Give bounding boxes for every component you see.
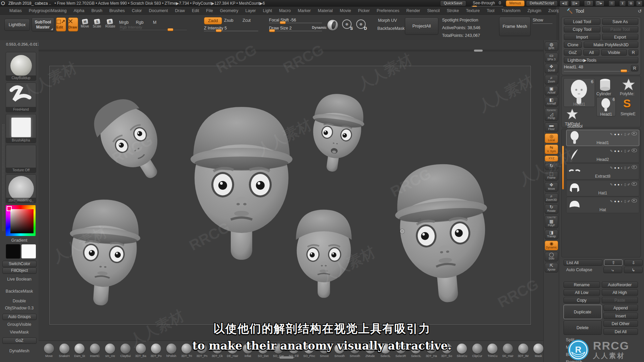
polymesh3d-thumbnail[interactable]: PolyMe: [619, 78, 639, 94]
fillobject-button[interactable]: FillObject [2, 267, 37, 274]
menu-zplugin[interactable]: Zplugin [528, 8, 541, 13]
menu-tool[interactable]: Tool [487, 8, 494, 13]
menu-movie[interactable]: Movie [340, 8, 351, 13]
live-boolean-toggle[interactable]: Live Boolean [0, 277, 39, 282]
double-toggle[interactable]: Double [0, 299, 39, 303]
auto-groups-toggle[interactable]: Auto Groups [2, 314, 37, 320]
hue-cursor[interactable] [7, 206, 12, 211]
shelf-dynamic-button[interactable]: ◉Dynamic [545, 241, 558, 250]
divider-left-icon[interactable]: ◄||| [559, 0, 569, 6]
menu-file[interactable]: File [206, 8, 213, 13]
bottom-scrollbar[interactable] [279, 356, 293, 359]
clone-button[interactable]: Clone [564, 42, 582, 48]
head1-thumbnail[interactable]: 6 Head1 [596, 97, 616, 116]
thumb-claybuildup[interactable]: ClayBuildup [6, 52, 36, 81]
spotlight-projection-toggle[interactable]: Spotlight Projection [442, 18, 478, 22]
edit-button[interactable]: ⬚↗Edit [56, 17, 66, 32]
shelf-polyf-button[interactable]: Line Fill▦PolyF [545, 215, 558, 228]
focal-shift-handle[interactable] [280, 21, 286, 24]
divider-right-icon[interactable]: |||► [571, 0, 580, 6]
subtool-row-head2[interactable]: ✎●●◐▯✐Head2 [566, 146, 639, 163]
menu-color[interactable]: Color [132, 8, 142, 13]
paste-button[interactable]: Paste [602, 297, 638, 303]
paste-tool-button[interactable]: Paste Tool [602, 26, 639, 33]
shelf-v-sym-button[interactable]: ⇋V. Sym [545, 144, 558, 154]
active-tool-thumbnail[interactable]: 6 Head1 [564, 78, 595, 107]
zcut-toggle[interactable]: Zcut [243, 18, 251, 23]
tray-drag-handle[interactable] [2, 124, 5, 231]
menu-marker[interactable]: Marker [298, 8, 311, 13]
reload-icon[interactable]: ↺ [638, 8, 642, 14]
shelf-actual-button[interactable]: ▣Actual [545, 86, 558, 96]
active-tool-slider[interactable]: Head1. 48 [564, 65, 629, 71]
shelf-rotate-button[interactable]: ↻Rotate [545, 204, 558, 214]
visibility-eye-icon[interactable] [632, 182, 637, 186]
backfacemask-toggle[interactable]: BackfaceMask [0, 289, 39, 294]
visibility-eye-icon[interactable] [632, 199, 637, 202]
quicksave-button[interactable]: QuickSave [440, 0, 466, 6]
copy-doc-icon[interactable]: ❐ [584, 0, 593, 6]
menu-light[interactable]: Light [263, 8, 272, 13]
material-sphere-icon[interactable] [327, 19, 338, 31]
menu-edit[interactable]: Edit [192, 8, 199, 13]
gradient-label[interactable]: Gradient [0, 238, 39, 243]
active-tool-handle[interactable] [621, 69, 627, 72]
menu-macro[interactable]: Macro [279, 8, 291, 13]
menu-stroke[interactable]: Stroke [447, 8, 459, 13]
menu-texture[interactable]: Texture [466, 8, 480, 13]
shelf-refresh-button[interactable]: ↻ [545, 163, 558, 170]
thumb-zbro-modeling-[interactable]: zbro_modeling_ [6, 174, 36, 203]
shelf-xyz-button[interactable]: XYZ [545, 156, 558, 162]
visibility-eye-icon[interactable] [632, 165, 637, 169]
goz-button[interactable]: GoZ [564, 49, 582, 56]
subtool-row-extract8[interactable]: ✎●●◐▯✐Extract8 [566, 163, 639, 180]
thumb-brushalpha[interactable]: BrushAlpha [6, 114, 36, 143]
auto-collapse-toggle[interactable]: Auto Collapse [564, 267, 602, 273]
paste-doc-icon[interactable]: ❐► [595, 0, 604, 6]
menu-draw[interactable]: Draw [175, 8, 185, 13]
canvas-scrollbar[interactable] [39, 50, 543, 52]
focal-shift-slider[interactable]: Focal Shift -56 [269, 18, 322, 23]
shelf-transp-button[interactable]: ◨Transp [545, 230, 558, 239]
save-as-button[interactable]: Save As [602, 18, 639, 25]
subtool-scrollbar[interactable] [562, 146, 564, 189]
alpha-type-icon[interactable]: ⊕ D [356, 19, 366, 30]
all-low-button[interactable]: All Low [564, 289, 600, 296]
zsub-toggle[interactable]: Zsub [224, 18, 233, 23]
menu-stencil[interactable]: Stencil [427, 8, 440, 13]
insert-button[interactable]: Insert [603, 313, 638, 319]
all-button[interactable]: All [583, 49, 599, 56]
subtool-row-hat1[interactable]: ✎●●◐▯✐Hat1 [566, 180, 639, 196]
import-button[interactable]: Import [564, 34, 600, 40]
all-high-button[interactable]: All High [602, 289, 638, 296]
cylinder3d-thumbnail[interactable]: Cylinder [596, 78, 616, 94]
menu-matias[interactable]: Matias [9, 8, 22, 13]
objshadow-0-3-toggle[interactable]: ObjShadow 0.3 [0, 306, 39, 310]
append-button[interactable]: Append [603, 305, 638, 311]
close-icon[interactable]: ✕ [636, 0, 643, 6]
load-tool-button[interactable]: Load Tool [564, 18, 600, 25]
dynamic-label[interactable]: Dynamic [312, 25, 327, 29]
mrgb-toggle[interactable]: Mrgb [119, 20, 128, 25]
m-toggle[interactable]: M [153, 20, 156, 25]
see-through-slider[interactable]: See-through 0 [471, 1, 503, 6]
list-all-button[interactable]: List All [564, 259, 602, 266]
menu-alpha[interactable]: Alpha [73, 8, 84, 13]
menus-toggle[interactable]: Menus [506, 0, 525, 6]
shelf-aahalf-button[interactable]: ◧AAHalf [545, 97, 558, 107]
head-left[interactable] [53, 186, 154, 313]
head-top-right[interactable] [297, 82, 377, 180]
menu-layer[interactable]: Layer [246, 8, 256, 13]
thumb-texture-off[interactable]: Texture Off [6, 145, 36, 173]
visibility-eye-icon[interactable] [632, 148, 637, 152]
minimize-icon[interactable]: ⊻ [619, 0, 626, 6]
simplebrush-thumbnail[interactable]: S SimpleE [619, 97, 639, 116]
shelf-floor-button[interactable]: ▬Floor [545, 122, 558, 132]
shelf-zoom-button[interactable]: ⌕Zoom [545, 75, 558, 84]
duplicate-button[interactable]: Duplicate [564, 305, 602, 319]
subtool-section-header[interactable]: Subtool [567, 124, 583, 129]
menu-brushes[interactable]: Brushes [109, 8, 125, 13]
scale-button[interactable]: SScale [93, 18, 101, 30]
zadd-button[interactable]: Zadd [204, 17, 222, 24]
menu-geometry[interactable]: Geometry [220, 8, 238, 13]
